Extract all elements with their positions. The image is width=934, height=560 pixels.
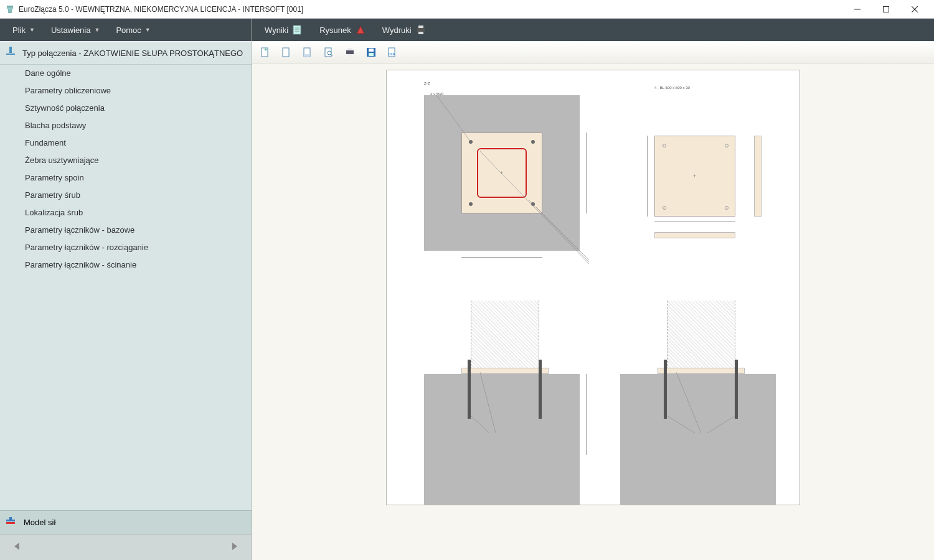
dxf-export-button[interactable]: DXF	[385, 45, 399, 59]
sidebar-nav	[0, 534, 252, 560]
menu-wydruki[interactable]: Wydruki	[376, 21, 433, 39]
sidebar-item-lokalizacja-srub[interactable]: Lokalizacja śrub	[0, 204, 252, 222]
sidebar-item-fundament[interactable]: Fundament	[0, 134, 252, 152]
nav-back-button[interactable]	[11, 541, 22, 554]
anchor-bolt	[664, 360, 667, 419]
drawing-icon	[355, 24, 366, 35]
dim-line	[461, 257, 542, 258]
sidebar-item-dane-ogolne[interactable]: Dane ogólne	[0, 65, 252, 82]
bolt-hole	[725, 206, 729, 210]
menu-ustawienia[interactable]: Ustawienia▼	[45, 22, 106, 39]
page-button[interactable]	[280, 45, 293, 59]
menu-wyniki-label: Wyniki	[265, 26, 288, 35]
svg-rect-23	[304, 54, 310, 57]
sidebar-item-sztywnosc[interactable]: Sztywność połączenia	[0, 100, 252, 117]
view-label-zz: Z-Z	[424, 82, 430, 85]
menu-ustawienia-label: Ustawienia	[51, 26, 91, 35]
menu-plik[interactable]: Plik▼	[6, 22, 41, 39]
sidebar-item-label: Parametry spoin	[25, 173, 84, 182]
nav-forward-button[interactable]	[229, 541, 240, 554]
anchor-bolt	[735, 360, 738, 419]
sidebar-item-parametry-obliczeniowe[interactable]: Parametry obliczeniowe	[0, 82, 252, 100]
base-plate-elev-right	[658, 368, 745, 374]
plate-side	[754, 136, 762, 217]
svg-rect-4	[884, 6, 889, 12]
minimize-button[interactable]	[843, 0, 872, 19]
chevron-down-icon: ▼	[29, 27, 35, 33]
titlebar: EuroZłącza 5.0 - WEWNĘTRZNA, NIEKOMERCYJ…	[0, 0, 934, 19]
chevron-down-icon: ▼	[94, 27, 100, 33]
foundation-elev-left	[424, 374, 580, 505]
dim-line	[654, 222, 735, 222]
svg-rect-1	[7, 7, 13, 9]
svg-rect-16	[417, 28, 425, 32]
sidebar-item-blacha[interactable]: Blacha podstawy	[0, 117, 252, 134]
sidebar-item-label: Parametry łączników - bazowe	[25, 225, 134, 235]
bolt-hole	[663, 206, 666, 210]
menu-rysunek[interactable]: Rysunek	[313, 21, 372, 39]
page-settings-button[interactable]	[301, 45, 314, 59]
menu-pomoc[interactable]: Pomoc▼	[110, 22, 156, 39]
foundation-elev-right	[620, 374, 776, 505]
bolt-plan	[531, 202, 535, 206]
svg-rect-17	[418, 26, 423, 28]
print-button[interactable]	[343, 45, 357, 59]
bolt-plan	[469, 202, 473, 206]
menu-rysunek-label: Rysunek	[319, 26, 351, 35]
plate-edge	[654, 232, 735, 238]
svg-text:+: +	[264, 47, 267, 53]
anchor-bolt	[468, 360, 471, 419]
maximize-button[interactable]	[872, 0, 900, 19]
drawing-canvas[interactable]: Z-Z 2 x M20 +	[252, 63, 934, 560]
base-plate-elev-left	[461, 368, 549, 374]
menu-wydruki-label: Wydruki	[382, 26, 412, 35]
forces-model-icon	[5, 516, 16, 529]
sidebar-item-label: Lokalizacja śrub	[25, 208, 83, 217]
app-icon	[5, 4, 15, 14]
bolt-hole	[663, 144, 666, 147]
sidebar-item-label: Dane ogólne	[25, 68, 71, 78]
zoom-page-button[interactable]	[322, 45, 336, 59]
sidebar-item-spoiny[interactable]: Parametry spoin	[0, 169, 252, 187]
sidebar-item-laczniki-rozciaganie[interactable]: Parametry łączników - rozciąganie	[0, 239, 252, 256]
dim-line	[647, 136, 648, 217]
column-elev-left	[471, 301, 539, 369]
sidebar-item-label: Parametry łączników - rozciąganie	[25, 243, 148, 252]
sidebar-header-label: Typ połączenia - ZAKOTWIENIE SŁUPA PROST…	[22, 49, 243, 58]
save-button[interactable]	[364, 45, 378, 59]
svg-rect-2	[8, 9, 12, 13]
svg-rect-29	[347, 54, 352, 57]
bolt-plan	[531, 140, 535, 144]
sidebar-footer-label: Model sił	[24, 518, 55, 527]
close-button[interactable]	[900, 0, 929, 19]
sidebar-item-label: Fundament	[25, 138, 66, 147]
new-page-button[interactable]: +	[258, 45, 272, 59]
sidebar-item-laczniki-bazowe[interactable]: Parametry łączników - bazowe	[0, 222, 252, 239]
left-menubar: Plik▼ Ustawienia▼ Pomoc▼	[0, 19, 252, 41]
results-icon	[292, 24, 303, 35]
sidebar-item-label: Żebra usztywniające	[25, 156, 99, 165]
drawing-paper: Z-Z 2 x M20 +	[386, 70, 800, 505]
column-elev-right	[667, 301, 735, 369]
print-icon	[415, 24, 427, 35]
menu-plik-label: Plik	[12, 26, 26, 35]
sidebar-header[interactable]: Typ połączenia - ZAKOTWIENIE SŁUPA PROST…	[0, 41, 252, 65]
svg-rect-28	[347, 48, 352, 50]
sidebar-item-label: Parametry obliczeniowe	[25, 86, 111, 95]
menu-wyniki[interactable]: Wyniki	[258, 21, 309, 39]
bolt-plan	[469, 140, 473, 144]
anchor-bolt	[539, 360, 542, 419]
sidebar-item-label: Parametry łączników - ścinanie	[25, 260, 136, 269]
sidebar-item-sruby[interactable]: Parametry śrub	[0, 187, 252, 204]
chevron-down-icon: ▼	[145, 27, 151, 33]
center-cross-icon: +	[693, 173, 696, 179]
svg-rect-7	[9, 47, 12, 53]
svg-rect-10	[6, 522, 15, 524]
sidebar-item-label: Parametry śrub	[25, 190, 80, 200]
sidebar-footer-model-sil[interactable]: Model sił	[0, 510, 252, 534]
plate-note: 4 - BL 600 x 600 x 30	[654, 86, 690, 90]
menu-pomoc-label: Pomoc	[116, 26, 141, 35]
dim-line	[586, 133, 587, 213]
sidebar-item-zebra[interactable]: Żebra usztywniające	[0, 152, 252, 169]
sidebar-item-laczniki-scinanie[interactable]: Parametry łączników - ścinanie	[0, 256, 252, 274]
